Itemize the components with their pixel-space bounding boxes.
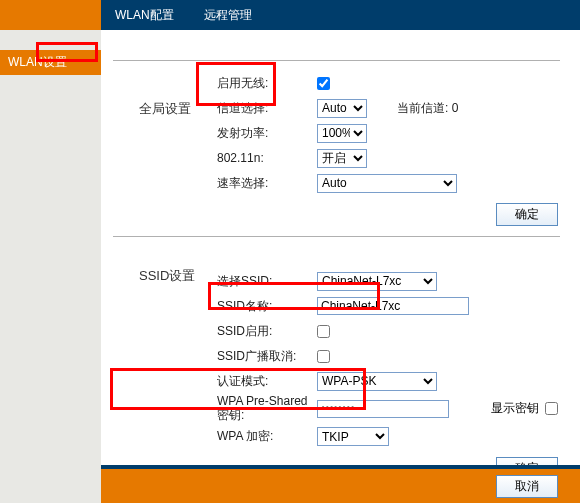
tab-remote-mgmt[interactable]: 远程管理 [198,0,258,31]
select-tx-power[interactable]: 100% [317,124,367,143]
input-ssid-name[interactable] [317,297,469,315]
checkbox-show-key[interactable] [545,402,558,415]
select-auth-mode[interactable]: WPA-PSK [317,372,437,391]
tab-wlan-config[interactable]: WLAN配置 [109,0,180,31]
label-80211n: 802.11n: [217,151,317,165]
section-ssid-title: SSID设置 [139,267,195,285]
select-rate[interactable]: Auto [317,174,457,193]
select-80211n[interactable]: 开启 [317,149,367,168]
checkbox-ssid-enable[interactable] [317,325,330,338]
checkbox-ssid-broadcast-cancel[interactable] [317,350,330,363]
label-channel: 信道选择: [217,100,317,117]
label-show-key: 显示密钥 [491,400,539,417]
label-ssid-enable: SSID启用: [217,323,317,340]
label-wpa-encrypt: WPA 加密: [217,428,317,445]
ok-button-ssid[interactable]: 确定 [496,457,558,465]
label-rate: 速率选择: [217,175,317,192]
select-wpa-encrypt[interactable]: TKIP [317,427,389,446]
label-current-channel: 当前信道: [397,101,452,115]
section-global-title: 全局设置 [139,100,191,118]
value-current-channel: 0 [452,101,459,115]
label-ssid-name: SSID名称: [217,298,317,315]
label-auth-mode: 认证模式: [217,373,317,390]
label-tx-power: 发射功率: [217,125,317,142]
sidebar-item-wlan[interactable]: WLAN设置 [0,50,101,75]
select-ssid[interactable]: ChinaNet-L7xc [317,272,437,291]
label-wpa-psk: WPA Pre-Shared 密钥: [217,395,317,423]
cancel-button[interactable]: 取消 [496,475,558,498]
label-ssid-broadcast-cancel: SSID广播取消: [217,348,317,365]
ok-button-global[interactable]: 确定 [496,203,558,226]
select-channel[interactable]: Auto [317,99,367,118]
input-wpa-psk[interactable] [317,400,449,418]
label-select-ssid: 选择SSID: [217,273,317,290]
checkbox-enable-wireless[interactable] [317,77,330,90]
